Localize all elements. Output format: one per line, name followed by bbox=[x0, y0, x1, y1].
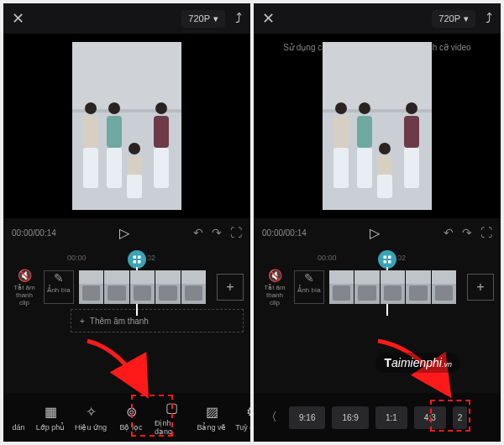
svg-rect-5 bbox=[388, 256, 391, 259]
playback-controls: 00:00/00:14 ▷ ↶ ↷ ⛶ bbox=[254, 218, 501, 247]
svg-rect-7 bbox=[388, 260, 391, 264]
toolbar-adjust[interactable]: ⚙Tuỳ chỉnh bbox=[232, 400, 250, 435]
svg-rect-2 bbox=[134, 260, 137, 264]
undo-icon[interactable]: ↶ bbox=[444, 226, 454, 239]
canvas-icon: ▨ bbox=[206, 404, 218, 421]
toolbar-overlay[interactable]: ▦Lớp phủ bbox=[30, 400, 71, 435]
screen-right: ✕ 720P▾ ⤴ Sử dụng cả hai ngón tay để tha… bbox=[254, 3, 501, 442]
video-frame[interactable] bbox=[72, 42, 181, 210]
ratio-more[interactable]: 2 bbox=[453, 406, 468, 429]
ratio-9-16[interactable]: 9:16 bbox=[289, 406, 325, 429]
preview-area: Sử dụng cả hai ngón tay để thay đổi kích… bbox=[254, 34, 501, 218]
svg-rect-4 bbox=[384, 256, 387, 259]
play-button[interactable]: ▷ bbox=[370, 225, 380, 241]
top-bar: ✕ 720P▾ ⤴ bbox=[254, 3, 501, 34]
resolution-button[interactable]: 720P▾ bbox=[181, 10, 225, 28]
toolbar-canvas[interactable]: ▨Bảng vẽ bbox=[192, 400, 232, 435]
ruler: 00:0000:02 bbox=[254, 252, 501, 264]
chevron-down-icon: ▾ bbox=[464, 13, 469, 24]
time-display: 00:00/00:14 bbox=[12, 228, 56, 238]
bottom-toolbar: dán ▦Lớp phủ ✧Hiệu ứng ⊚Bộ lọc ▢Định dạn… bbox=[3, 393, 250, 442]
playhead[interactable] bbox=[378, 250, 396, 269]
toolbar-partial[interactable]: dán bbox=[7, 400, 30, 435]
timeline[interactable]: 00:0000:02 🔇Tắt âm thanh clip ✎Ảnh bìa +… bbox=[3, 247, 250, 322]
svg-rect-1 bbox=[138, 256, 141, 259]
fullscreen-icon[interactable]: ⛶ bbox=[230, 226, 242, 239]
ratio-toolbar: 〈 9:16 16:9 1:1 4:3 2 bbox=[254, 393, 501, 442]
playback-controls: 00:00/00:14 ▷ ↶ ↷ ⛶ bbox=[3, 218, 250, 247]
format-icon: ▢ bbox=[165, 400, 178, 416]
mute-button[interactable]: 🔇Tắt âm thanh clip bbox=[260, 269, 289, 306]
svg-rect-0 bbox=[134, 256, 137, 259]
toolbar-format[interactable]: ▢Định dạng bbox=[151, 396, 192, 439]
add-audio-button[interactable]: +Thêm âm thanh bbox=[71, 309, 244, 332]
chevron-down-icon: ▾ bbox=[213, 13, 218, 24]
ratio-16-9[interactable]: 16:9 bbox=[332, 406, 368, 429]
mute-button[interactable]: 🔇Tắt âm thanh clip bbox=[10, 269, 39, 306]
redo-icon[interactable]: ↷ bbox=[462, 226, 472, 239]
effects-icon: ✧ bbox=[86, 404, 97, 421]
clip-thumbnails[interactable] bbox=[329, 270, 457, 304]
svg-rect-3 bbox=[138, 260, 141, 264]
undo-icon[interactable]: ↶ bbox=[193, 226, 203, 239]
timeline[interactable]: 00:0000:02 🔇Tắt âm thanh clip ✎Ảnh bìa + bbox=[254, 247, 501, 322]
play-button[interactable]: ▷ bbox=[119, 225, 129, 241]
clip-thumbnails[interactable] bbox=[79, 270, 207, 304]
resolution-button[interactable]: 720P▾ bbox=[432, 10, 475, 28]
ratio-4-3[interactable]: 4:3 bbox=[414, 406, 446, 429]
cover-button[interactable]: ✎Ảnh bìa bbox=[44, 270, 74, 304]
add-clip-button[interactable]: + bbox=[467, 274, 494, 301]
filter-icon: ⊚ bbox=[126, 404, 137, 421]
overlay-icon: ▦ bbox=[45, 404, 57, 421]
svg-rect-6 bbox=[384, 260, 387, 264]
export-icon[interactable]: ⤴ bbox=[486, 11, 492, 26]
preview-area bbox=[3, 34, 250, 218]
time-display: 00:00/00:14 bbox=[262, 228, 307, 238]
add-clip-button[interactable]: + bbox=[217, 274, 244, 301]
fullscreen-icon[interactable]: ⛶ bbox=[480, 226, 492, 239]
watermark: Taimienphi.vn bbox=[375, 353, 460, 373]
adjust-icon: ⚙ bbox=[246, 404, 250, 421]
video-frame[interactable] bbox=[323, 42, 432, 210]
playhead[interactable] bbox=[128, 250, 146, 269]
redo-icon[interactable]: ↷ bbox=[212, 226, 222, 239]
close-icon[interactable]: ✕ bbox=[262, 9, 275, 28]
close-icon[interactable]: ✕ bbox=[12, 9, 24, 28]
ruler: 00:0000:02 bbox=[3, 252, 250, 264]
top-bar: ✕ 720P▾ ⤴ bbox=[3, 3, 250, 34]
screen-left: ✕ 720P▾ ⤴ 00:00/00:14 ▷ ↶ ↷ ⛶ 00: bbox=[3, 3, 250, 442]
export-icon[interactable]: ⤴ bbox=[235, 11, 242, 26]
toolbar-effects[interactable]: ✧Hiệu ứng bbox=[71, 400, 111, 435]
back-button[interactable]: 〈 bbox=[260, 410, 282, 425]
cover-button[interactable]: ✎Ảnh bìa bbox=[294, 270, 324, 304]
ratio-1-1[interactable]: 1:1 bbox=[375, 406, 407, 429]
toolbar-filter[interactable]: ⊚Bộ lọc bbox=[111, 400, 151, 435]
